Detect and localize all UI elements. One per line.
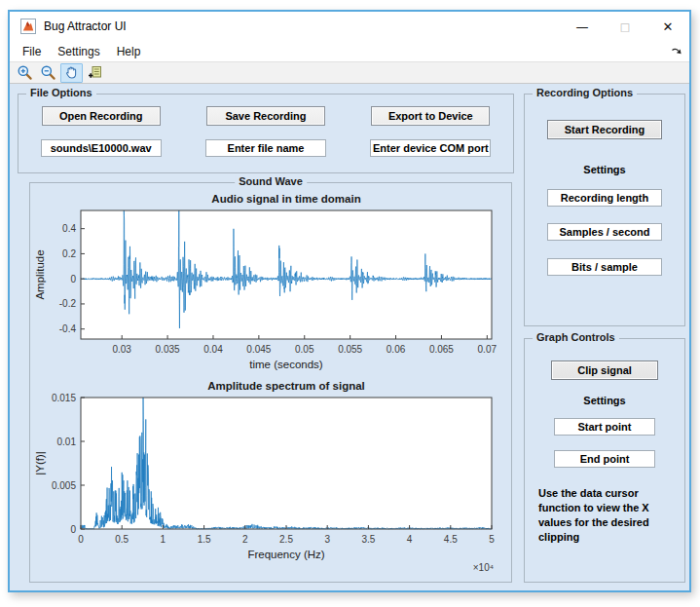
zoom-in-icon (17, 64, 33, 81)
sound-wave-legend: Sound Wave (235, 175, 307, 187)
svg-text:2.5: 2.5 (279, 534, 293, 545)
svg-text:0.01: 0.01 (57, 436, 77, 447)
charts-container: Audio signal in time domain0.030.0350.04… (30, 183, 511, 579)
svg-text:0.2: 0.2 (62, 248, 76, 259)
frequency-spectrum-chart[interactable]: Amplitude spectrum of signal00.511.522.5… (31, 374, 510, 579)
title-bar: Bug Attractor UI — ◻ ✕ (10, 12, 689, 41)
svg-text:-0.4: -0.4 (59, 323, 77, 334)
menu-file[interactable]: File (22, 45, 41, 58)
svg-text:0.4: 0.4 (62, 223, 76, 234)
svg-text:1.5: 1.5 (198, 534, 211, 545)
svg-text:4.5: 4.5 (444, 534, 458, 545)
zoom-out-button[interactable] (37, 63, 59, 83)
zoom-out-icon (40, 64, 56, 81)
figure-client-area: File Options Open Recording Save Recordi… (10, 84, 689, 590)
svg-text:0.065: 0.065 (429, 344, 454, 355)
svg-text:0.04: 0.04 (203, 344, 223, 355)
pan-hand-icon (63, 64, 80, 81)
svg-text:0.07: 0.07 (478, 344, 497, 355)
window-title: Bug Attractor UI (44, 19, 127, 33)
svg-text:3.5: 3.5 (361, 534, 375, 545)
svg-text:Audio signal in time domain: Audio signal in time domain (211, 193, 360, 205)
data-cursor-note: Use the data cursor function to view the… (538, 486, 677, 545)
device-com-port-input[interactable] (370, 139, 491, 157)
svg-text:5: 5 (489, 534, 495, 545)
zoom-in-button[interactable] (14, 63, 36, 83)
svg-text:|Y(f)|: |Y(f)| (34, 451, 46, 475)
svg-text:0.05: 0.05 (295, 344, 314, 355)
pan-button[interactable] (60, 63, 83, 83)
graph-controls-panel: Graph Controls Clip signal Settings Use … (524, 338, 685, 583)
save-recording-button[interactable]: Save Recording (206, 106, 325, 126)
svg-text:0.5: 0.5 (115, 534, 129, 545)
recording-length-input[interactable] (547, 189, 662, 207)
sound-wave-panel: Sound Wave Audio signal in time domain0.… (29, 182, 512, 583)
minimize-button[interactable]: — (561, 12, 604, 41)
svg-text:Frequency (Hz): Frequency (Hz) (247, 549, 324, 560)
window-controls: — ◻ ✕ (561, 12, 689, 41)
svg-text:0: 0 (70, 274, 76, 285)
open-file-input[interactable] (41, 139, 162, 157)
recording-options-legend: Recording Options (533, 87, 637, 98)
app-window: Bug Attractor UI — ◻ ✕ File Settings Hel… (8, 10, 691, 592)
open-recording-button[interactable]: Open Recording (42, 106, 161, 126)
data-cursor-button[interactable] (84, 63, 106, 83)
start-point-input[interactable] (554, 418, 655, 436)
svg-text:1: 1 (161, 534, 166, 545)
bits-per-sample-input[interactable] (547, 258, 662, 276)
samples-per-second-input[interactable] (547, 223, 662, 241)
file-options-panel: File Options Open Recording Save Recordi… (18, 94, 514, 173)
clip-signal-button[interactable]: Clip signal (551, 360, 658, 380)
export-to-device-button[interactable]: Export to Device (371, 106, 490, 126)
menu-bar: File Settings Help (10, 41, 689, 61)
save-file-name-input[interactable] (205, 139, 326, 157)
close-button[interactable]: ✕ (646, 12, 689, 41)
menu-settings[interactable]: Settings (57, 45, 99, 58)
svg-text:0.045: 0.045 (246, 344, 271, 355)
svg-text:0: 0 (78, 534, 84, 545)
svg-text:0.03: 0.03 (112, 344, 131, 355)
file-options-grid: Open Recording Save Recording Export to … (18, 106, 513, 157)
graph-controls-legend: Graph Controls (533, 331, 619, 343)
graph-settings-label: Settings (583, 395, 625, 406)
maximize-button[interactable]: ◻ (604, 12, 646, 41)
menu-help[interactable]: Help (117, 45, 141, 58)
svg-text:Amplitude spectrum of signal: Amplitude spectrum of signal (207, 380, 365, 392)
svg-text:2: 2 (242, 534, 248, 545)
svg-text:0.035: 0.035 (156, 344, 180, 355)
file-options-legend: File Options (26, 87, 96, 98)
svg-text:-0.2: -0.2 (59, 298, 77, 309)
figure-toolbar (10, 61, 689, 84)
recording-settings-label: Settings (583, 164, 625, 175)
recording-options-panel: Recording Options Start Recording Settin… (524, 94, 685, 326)
svg-text:0: 0 (70, 524, 76, 535)
svg-text:×10⁴: ×10⁴ (473, 562, 494, 573)
svg-text:4: 4 (407, 534, 413, 545)
time-domain-chart[interactable]: Audio signal in time domain0.030.0350.04… (31, 189, 510, 374)
svg-text:0.06: 0.06 (387, 344, 406, 355)
svg-text:Amplitude: Amplitude (34, 249, 46, 299)
end-point-input[interactable] (554, 450, 655, 468)
svg-text:0.015: 0.015 (52, 393, 76, 403)
svg-text:0.005: 0.005 (52, 480, 76, 491)
svg-text:time (seconds): time (seconds) (249, 359, 323, 370)
start-recording-button[interactable]: Start Recording (547, 120, 662, 139)
undock-arrow-icon[interactable] (671, 45, 682, 57)
data-cursor-icon (87, 64, 103, 81)
matlab-app-icon (20, 19, 36, 34)
svg-text:0.055: 0.055 (338, 344, 362, 355)
svg-text:3: 3 (324, 534, 330, 545)
